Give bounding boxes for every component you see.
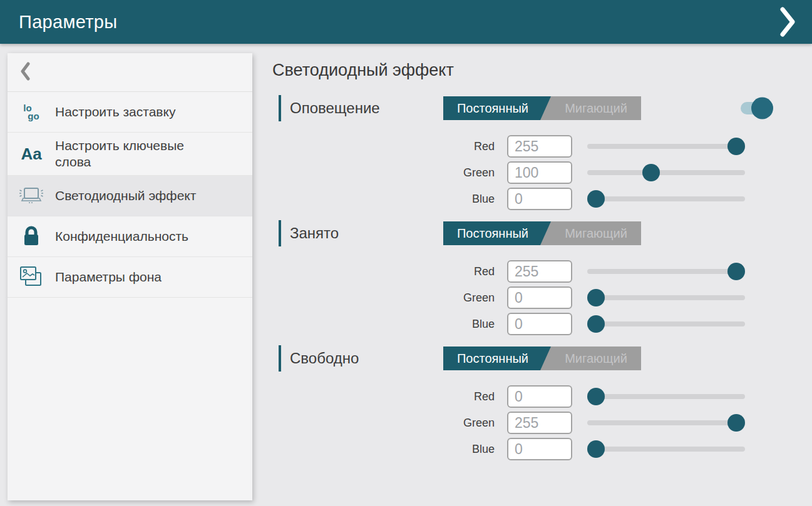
section-accent-bar xyxy=(279,345,281,372)
slider-track[interactable] xyxy=(587,269,745,274)
slider-thumb[interactable] xyxy=(727,414,745,432)
mode-segmented-control: Постоянный Мигающий xyxy=(443,347,641,370)
sidebar-item-led-effect[interactable]: Светодиодный эффект xyxy=(8,176,252,216)
section-accent-bar xyxy=(279,220,281,246)
slider-track[interactable] xyxy=(587,420,745,425)
toggle-knob xyxy=(751,98,773,119)
led-section-free: Свободно Постоянный Мигающий Red Green B… xyxy=(272,345,812,460)
mode-blinking-button[interactable]: Мигающий xyxy=(551,347,641,370)
sidebar-item-label: Конфиденциальность xyxy=(55,228,188,245)
red-value-input[interactable] xyxy=(507,135,572,158)
blue-value-input[interactable] xyxy=(507,188,572,210)
chevron-left-icon xyxy=(20,62,30,83)
channel-label-blue: Blue xyxy=(272,443,495,456)
mode-segmented-control: Постоянный Мигающий xyxy=(443,221,641,245)
chevron-right-icon[interactable] xyxy=(779,7,796,37)
slider-thumb[interactable] xyxy=(587,388,605,405)
led-section-notification: Оповещение Постоянный Мигающий Red Green xyxy=(272,95,812,210)
blue-value-input[interactable] xyxy=(507,438,572,460)
slider-track[interactable] xyxy=(587,295,745,300)
slider-thumb[interactable] xyxy=(727,263,745,280)
slider-thumb[interactable] xyxy=(587,289,605,306)
lock-icon xyxy=(18,223,45,250)
logo-text-icon: lo go xyxy=(18,98,45,126)
slider-thumb[interactable] xyxy=(727,138,745,155)
slider-track[interactable] xyxy=(587,144,745,149)
channel-label-green: Green xyxy=(272,417,495,430)
slider-track[interactable] xyxy=(587,394,745,399)
slider-thumb[interactable] xyxy=(587,440,605,458)
slider-thumb[interactable] xyxy=(587,315,605,333)
slider-track[interactable] xyxy=(587,447,745,452)
channel-label-red: Red xyxy=(272,140,495,153)
channel-label-green: Green xyxy=(272,291,495,305)
channel-label-green: Green xyxy=(272,166,495,180)
section-title: Свободно xyxy=(290,350,443,367)
images-icon xyxy=(18,263,45,291)
red-slider xyxy=(587,385,745,408)
section-title: Занято xyxy=(290,225,443,242)
channel-label-red: Red xyxy=(272,265,495,278)
slider-track[interactable] xyxy=(587,321,745,326)
display-icon xyxy=(18,182,45,210)
green-slider xyxy=(587,161,745,184)
slider-track[interactable] xyxy=(587,196,745,201)
red-slider xyxy=(587,135,745,158)
slider-track[interactable] xyxy=(587,170,745,175)
channel-label-blue: Blue xyxy=(272,193,495,206)
section-accent-bar xyxy=(279,95,281,121)
sidebar-item-label: Настроить ключевые слова xyxy=(55,138,219,170)
mode-blinking-button[interactable]: Мигающий xyxy=(551,221,641,245)
blue-slider xyxy=(587,438,745,460)
green-value-input[interactable] xyxy=(507,161,572,184)
mode-constant-button[interactable]: Постоянный xyxy=(443,347,551,370)
sidebar-item-label: Настроить заставку xyxy=(55,104,175,120)
sidebar-item-keywords[interactable]: Aa Настроить ключевые слова xyxy=(8,133,252,176)
blue-slider xyxy=(587,313,745,335)
typography-icon: Aa xyxy=(18,140,45,168)
mode-constant-button[interactable]: Постоянный xyxy=(443,96,551,120)
mode-segmented-control: Постоянный Мигающий xyxy=(443,96,641,120)
mode-blinking-button[interactable]: Мигающий xyxy=(551,96,641,120)
sidebar-item-privacy[interactable]: Конфиденциальность xyxy=(8,216,252,257)
mode-constant-button[interactable]: Постоянный xyxy=(443,221,551,245)
main-content: Светодиодный эффект Оповещение Постоянны… xyxy=(272,60,812,470)
blue-slider xyxy=(587,188,745,210)
led-section-busy: Занято Постоянный Мигающий Red Green Blu… xyxy=(272,220,812,335)
green-slider xyxy=(587,412,745,434)
sidebar-back-button[interactable] xyxy=(8,53,252,92)
notification-toggle-switch[interactable] xyxy=(741,96,773,120)
sidebar-item-label: Параметры фона xyxy=(55,269,162,285)
channel-label-blue: Blue xyxy=(272,318,495,331)
page-title: Параметры xyxy=(19,12,117,33)
sidebar-item-background[interactable]: Параметры фона xyxy=(8,257,252,298)
red-value-input[interactable] xyxy=(507,385,572,408)
section-title: Оповещение xyxy=(290,99,443,117)
sidebar-item-screensaver[interactable]: lo go Настроить заставку xyxy=(8,92,252,133)
channel-label-red: Red xyxy=(272,390,495,403)
green-slider xyxy=(587,286,745,309)
section-heading: Светодиодный эффект xyxy=(272,60,812,80)
sidebar: lo go Настроить заставку Aa Настроить кл… xyxy=(8,53,252,500)
slider-thumb[interactable] xyxy=(642,164,660,181)
app-header: Параметры xyxy=(0,0,812,44)
red-value-input[interactable] xyxy=(507,260,572,283)
red-slider xyxy=(587,260,745,283)
green-value-input[interactable] xyxy=(507,412,572,434)
green-value-input[interactable] xyxy=(507,286,572,309)
blue-value-input[interactable] xyxy=(507,313,572,335)
sidebar-item-label: Светодиодный эффект xyxy=(55,188,196,204)
slider-thumb[interactable] xyxy=(587,190,605,208)
